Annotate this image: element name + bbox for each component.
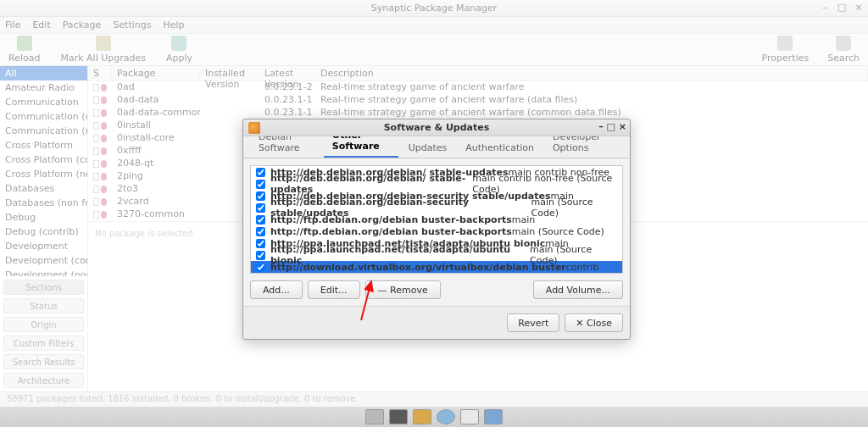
source-checkbox[interactable] bbox=[256, 215, 265, 225]
menu-package[interactable]: Package bbox=[63, 19, 102, 30]
statusbar: 58971 packages listed, 1816 installed, 0… bbox=[0, 391, 868, 407]
package-table-header: S Package Installed Version Latest Versi… bbox=[88, 66, 868, 81]
status-button[interactable]: Status bbox=[3, 298, 84, 313]
close-button[interactable]: ✕ Close bbox=[565, 313, 623, 332]
menu-settings[interactable]: Settings bbox=[113, 19, 151, 30]
close-x-icon: ✕ bbox=[576, 318, 587, 329]
table-row[interactable]: 0ad0.0.23.1-2Real-time strategy game of … bbox=[88, 81, 868, 94]
dialog-app-icon bbox=[248, 122, 260, 134]
taskbar-item[interactable] bbox=[437, 409, 455, 424]
dialog-minimize-icon[interactable]: – bbox=[598, 121, 604, 132]
remove-button[interactable]: — Remove bbox=[365, 280, 441, 299]
col-status[interactable]: S bbox=[88, 66, 112, 80]
sections-button[interactable]: Sections bbox=[3, 280, 84, 295]
sidebar: AllAmateur RadioCommunicationCommunicati… bbox=[0, 66, 88, 391]
dialog-title: Software & Updates bbox=[243, 122, 630, 133]
apply-button[interactable]: Apply bbox=[166, 36, 192, 64]
source-row[interactable]: http://download.virtualbox.org/virtualbo… bbox=[251, 261, 622, 273]
properties-button[interactable]: Properties bbox=[762, 36, 810, 64]
source-row[interactable]: http://ppa.launchpad.net/tista/adapta/ub… bbox=[251, 249, 622, 261]
search-results-button[interactable]: Search Results bbox=[3, 354, 84, 369]
taskbar-item[interactable] bbox=[413, 409, 431, 424]
edit-button[interactable]: Edit... bbox=[308, 280, 360, 299]
category-item[interactable]: Databases (non free) bbox=[0, 196, 87, 210]
category-item[interactable]: Development (contrib) bbox=[0, 253, 87, 268]
software-updates-dialog: Software & Updates – □ × Debian Software… bbox=[242, 119, 631, 340]
search-button[interactable]: Search bbox=[827, 36, 860, 64]
category-item[interactable]: Communication bbox=[0, 95, 87, 109]
category-item[interactable]: Debug (contrib) bbox=[0, 225, 87, 239]
menu-file[interactable]: File bbox=[5, 19, 20, 30]
source-row[interactable]: http://deb.debian.org/debian/ stable-upd… bbox=[251, 178, 622, 190]
category-list[interactable]: AllAmateur RadioCommunicationCommunicati… bbox=[0, 66, 87, 276]
dialog-tabs: Debian SoftwareOther SoftwareUpdatesAuth… bbox=[243, 136, 630, 158]
add-button[interactable]: Add... bbox=[250, 280, 303, 299]
source-row[interactable]: http://deb.debian.org/debian-security st… bbox=[251, 202, 622, 214]
mark-upgrades-button[interactable]: Mark All Upgrades bbox=[60, 36, 146, 64]
dialog-titlebar[interactable]: Software & Updates – □ × bbox=[243, 119, 630, 136]
source-checkbox[interactable] bbox=[256, 203, 265, 213]
category-item[interactable]: Cross Platform (contrib) bbox=[0, 152, 87, 167]
add-volume-button[interactable]: Add Volume... bbox=[533, 280, 623, 299]
minimize-icon[interactable]: – bbox=[819, 2, 831, 13]
col-package[interactable]: Package bbox=[112, 66, 200, 80]
menu-edit[interactable]: Edit bbox=[32, 19, 50, 30]
category-item[interactable]: Databases bbox=[0, 181, 87, 196]
taskbar-item[interactable] bbox=[484, 409, 503, 424]
taskbar[interactable] bbox=[0, 407, 868, 427]
maximize-icon[interactable]: □ bbox=[836, 2, 848, 13]
category-item[interactable]: Amateur Radio bbox=[0, 80, 87, 95]
col-description[interactable]: Description bbox=[315, 66, 868, 80]
app-title: Synaptic Package Manager bbox=[371, 3, 497, 14]
col-latest-version[interactable]: Latest Version bbox=[259, 66, 315, 80]
architecture-button[interactable]: Architecture bbox=[3, 373, 84, 388]
sources-list[interactable]: http://deb.debian.org/debian/ stable-upd… bbox=[250, 165, 623, 274]
source-checkbox[interactable] bbox=[256, 239, 265, 248]
category-item[interactable]: All bbox=[0, 66, 87, 80]
custom-filters-button[interactable]: Custom Filters bbox=[3, 336, 84, 351]
source-checkbox[interactable] bbox=[256, 191, 265, 201]
tab-authentication[interactable]: Authentication bbox=[457, 138, 542, 158]
category-item[interactable]: Debug bbox=[0, 210, 87, 225]
close-icon[interactable]: × bbox=[853, 2, 865, 13]
revert-button[interactable]: Revert bbox=[507, 313, 559, 332]
taskbar-item[interactable] bbox=[389, 409, 408, 424]
origin-button[interactable]: Origin bbox=[3, 317, 84, 332]
source-checkbox[interactable] bbox=[256, 180, 265, 189]
col-installed-version[interactable]: Installed Version bbox=[200, 66, 259, 80]
dialog-close-icon[interactable]: × bbox=[619, 121, 626, 132]
category-item[interactable]: Communication (non free) bbox=[0, 124, 87, 138]
source-checkbox[interactable] bbox=[256, 168, 265, 177]
menu-help[interactable]: Help bbox=[163, 19, 184, 30]
category-item[interactable]: Development (non free) bbox=[0, 268, 87, 276]
category-item[interactable]: Cross Platform bbox=[0, 138, 87, 152]
category-item[interactable]: Cross Platform (non free) bbox=[0, 167, 87, 181]
category-item[interactable]: Development bbox=[0, 239, 87, 253]
app-titlebar: Synaptic Package Manager – □ × bbox=[0, 0, 868, 17]
taskbar-item[interactable] bbox=[365, 409, 384, 424]
table-row[interactable]: 0ad-data0.0.23.1-1Real-time strategy gam… bbox=[88, 94, 868, 107]
category-item[interactable]: Communication (contrib) bbox=[0, 109, 87, 124]
source-checkbox[interactable] bbox=[256, 227, 265, 236]
toolbar: Reload Mark All Upgrades Apply Propertie… bbox=[0, 34, 868, 66]
reload-button[interactable]: Reload bbox=[8, 36, 40, 64]
source-row[interactable]: http://ftp.debian.org/debian buster-back… bbox=[251, 225, 622, 237]
source-checkbox[interactable] bbox=[256, 263, 265, 272]
source-checkbox[interactable] bbox=[256, 251, 265, 260]
tab-updates[interactable]: Updates bbox=[400, 138, 456, 158]
taskbar-item[interactable] bbox=[460, 409, 479, 424]
dialog-maximize-icon[interactable]: □ bbox=[607, 121, 615, 132]
table-row[interactable]: 0ad-data-common0.0.23.1-1Real-time strat… bbox=[88, 107, 868, 119]
menubar: File Edit Package Settings Help bbox=[0, 17, 868, 34]
